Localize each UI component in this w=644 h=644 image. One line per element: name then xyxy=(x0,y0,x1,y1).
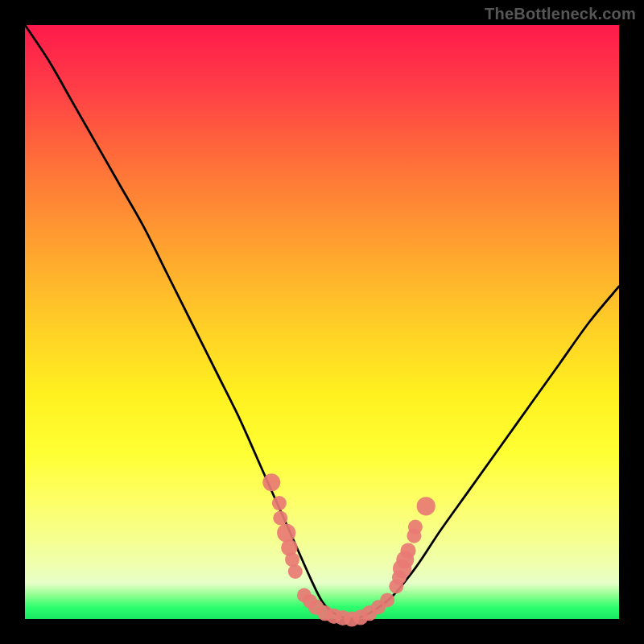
bottleneck-curve-path xyxy=(25,25,619,619)
scatter-dot xyxy=(273,511,287,526)
scatter-dot xyxy=(400,543,415,559)
scatter-dot xyxy=(380,592,394,607)
watermark-text: TheBottleneck.com xyxy=(485,5,636,23)
scatter-dot xyxy=(417,497,436,515)
scatter-dot xyxy=(262,473,280,491)
chart-stage: TheBottleneck.com xyxy=(0,0,644,644)
scatter-dot xyxy=(277,523,295,542)
scatter-dot xyxy=(288,564,303,579)
scatter-dot xyxy=(408,520,423,535)
scatter-layer xyxy=(262,473,436,626)
chart-svg xyxy=(25,25,619,619)
scatter-dot xyxy=(272,496,287,510)
plot-area xyxy=(25,25,619,619)
